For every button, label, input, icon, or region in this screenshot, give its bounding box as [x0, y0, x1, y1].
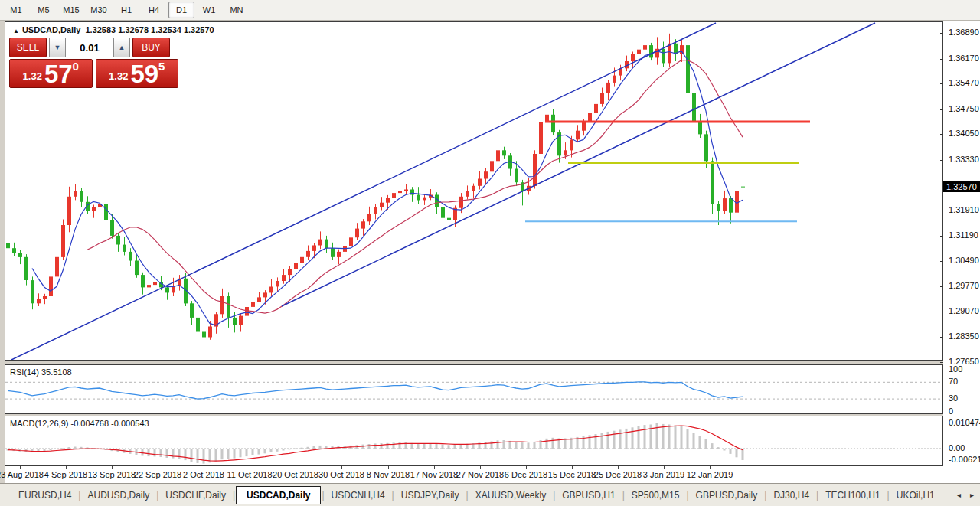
price-axis-label: 1.31910: [949, 205, 979, 214]
rsi-label: RSI(14) 35.5108: [10, 367, 72, 377]
current-price-badge: 1.32570: [943, 181, 980, 192]
date-axis[interactable]: 23 Aug 20184 Sep 201813 Sep 201822 Sep 2…: [5, 466, 943, 483]
date-axis-label: 30 Oct 2018: [318, 470, 364, 479]
price-axis-label: 1.35470: [949, 78, 979, 87]
macd-label: MACD(12,26,9) -0.004768 -0.000543: [10, 419, 149, 428]
rsi-axis-label: 0: [949, 406, 953, 416]
tab-item-eurusd[interactable]: EURUSD,H4: [12, 486, 77, 504]
date-axis-tick: [526, 466, 527, 469]
buy-price-button[interactable]: 1.32 59 5: [96, 59, 179, 88]
sell-price-prefix: 1.32: [23, 71, 42, 84]
tab-item-xauusd[interactable]: XAUUSD,Weekly: [469, 486, 552, 504]
macd-indicator-panel[interactable]: MACD(12,26,9) -0.004768 -0.000543: [5, 416, 943, 466]
tab-separator: |: [78, 490, 80, 501]
timeframe-button-w1[interactable]: W1: [196, 2, 222, 18]
timeframe-button-d1[interactable]: D1: [168, 2, 194, 18]
timeframe-toolbar: M1M5M15M30H1H4D1W1MN: [0, 0, 980, 21]
price-axis-label: 1.34050: [949, 129, 979, 138]
timeframe-button-mn[interactable]: MN: [224, 2, 250, 18]
tab-item-gbpusd[interactable]: GBPUSD,H1: [556, 486, 621, 504]
date-axis-label: 27 Nov 2018: [456, 470, 504, 479]
main-chart-panel[interactable]: ▲USDCAD,Daily 1.32583 1.32678 1.32534 1.…: [5, 21, 943, 361]
sell-button[interactable]: SELL: [9, 38, 47, 57]
macd-histogram: [7, 423, 744, 464]
buy-button[interactable]: BUY: [132, 38, 170, 57]
price-axis-tick: [940, 236, 943, 237]
timeframe-button-h4[interactable]: H4: [141, 2, 167, 18]
date-axis-label: 8 Nov 2018: [367, 470, 410, 479]
tab-separator: |: [156, 490, 158, 501]
tab-item-dj30[interactable]: DJ30,H4: [767, 486, 815, 504]
date-axis-tick: [710, 466, 710, 469]
macd-axis-label: 0.010474: [949, 418, 980, 427]
date-axis-tick: [434, 466, 435, 469]
sell-price-button[interactable]: 1.32 57 0: [9, 59, 93, 88]
tab-item-usdchf[interactable]: USDCHF,Daily: [159, 486, 232, 504]
price-axis-tick: [940, 312, 943, 312]
volume-increase-button[interactable]: ▲: [113, 38, 130, 57]
rsi-axis-label: 70: [949, 377, 958, 386]
ohlc-close: 1.32570: [184, 25, 214, 34]
timeframe-button-m5[interactable]: M5: [31, 2, 57, 18]
volume-decrease-button[interactable]: ▼: [49, 38, 66, 57]
chart-symbol: USDCAD,Daily: [22, 25, 80, 34]
timeframe-button-m1[interactable]: M1: [3, 2, 29, 18]
date-axis-label: 23 Aug 2018: [0, 470, 44, 479]
price-axis-tick: [940, 59, 943, 60]
buy-price-sup: 5: [158, 60, 165, 72]
date-axis-tick: [158, 466, 158, 469]
date-axis-label: 2 Oct 2018: [183, 470, 224, 479]
date-axis-tick: [296, 466, 296, 469]
date-axis-label: 4 Sep 2018: [44, 470, 87, 479]
date-axis-tick: [204, 466, 204, 469]
rsi-chart[interactable]: [5, 365, 942, 413]
timeframe-button-h1[interactable]: H1: [113, 2, 139, 18]
tab-item-audusd[interactable]: AUDUSD,Daily: [81, 486, 155, 504]
tab-separator: |: [764, 490, 766, 501]
macd-axis-label: -0.006218: [949, 455, 980, 464]
tab-separator: |: [622, 490, 625, 501]
timeframe-button-m15[interactable]: M15: [58, 2, 84, 18]
volume-input[interactable]: [66, 38, 113, 57]
date-axis-tick: [618, 466, 619, 469]
sell-price-big: 57: [44, 64, 73, 84]
tab-item-usdcnh[interactable]: USDCNH,H4: [325, 486, 391, 504]
spin-down-icon: ▼: [54, 44, 61, 51]
rsi-axis-label: 100: [949, 364, 962, 374]
tab-separator: |: [392, 490, 394, 501]
rsi-indicator-panel[interactable]: RSI(14) 35.5108: [5, 364, 943, 414]
date-axis-tick: [480, 466, 481, 469]
price-axis-tick: [940, 160, 943, 161]
tab-item-tech100[interactable]: TECH100,H1: [819, 486, 886, 504]
price-axis-label: 1.36170: [949, 54, 979, 63]
price-axis-tick: [940, 83, 943, 84]
chart-marker-icon: ▲: [13, 28, 19, 34]
tab-separator: |: [466, 490, 469, 501]
date-axis-tick: [112, 466, 113, 469]
date-axis-label: 15 Dec 2018: [548, 470, 596, 479]
tab-item-usdcad[interactable]: USDCAD,Daily: [236, 486, 321, 504]
tab-separator: |: [322, 490, 324, 501]
rsi-line: [8, 382, 743, 399]
spin-up-icon: ▲: [119, 44, 126, 51]
tab-separator: |: [686, 490, 688, 501]
date-axis-label: 11 Oct 2018: [227, 470, 272, 479]
chart-title: ▲USDCAD,Daily 1.32583 1.32678 1.32534 1.…: [13, 25, 214, 34]
price-axis-label: 1.30490: [949, 256, 979, 265]
tab-item-gbpusd[interactable]: GBPUSD,Daily: [690, 486, 764, 504]
tab-separator: |: [816, 490, 818, 501]
date-axis-tick: [20, 466, 21, 469]
price-axis-tick: [940, 109, 943, 110]
date-axis-tick: [341, 466, 342, 469]
tab-item-sp500[interactable]: SP500,M15: [626, 486, 686, 504]
price-axis[interactable]: 1.368901.361701.354701.347501.340501.333…: [943, 0, 980, 506]
sell-price-sup: 0: [73, 60, 79, 72]
timeframe-button-m30[interactable]: M30: [86, 2, 112, 18]
tab-item-ukoil[interactable]: UKOil,H1: [890, 486, 941, 504]
tab-separator: |: [553, 490, 555, 501]
tab-item-usdjpy[interactable]: USDJPY,Daily: [395, 486, 466, 504]
buy-price-big: 59: [130, 64, 158, 84]
price-axis-label: 1.34750: [949, 104, 979, 113]
date-axis-tick: [250, 466, 250, 469]
date-axis-label: 20 Oct 2018: [273, 470, 318, 479]
